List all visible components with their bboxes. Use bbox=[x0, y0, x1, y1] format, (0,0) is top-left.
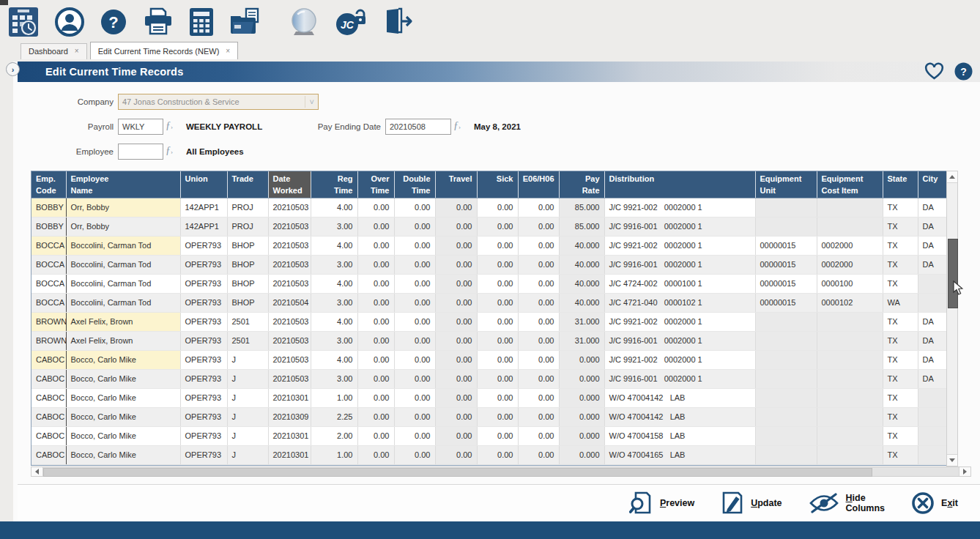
cell-name[interactable]: Bocco, Carlo Mike bbox=[66, 408, 180, 427]
cell-emp_code[interactable]: CABOC bbox=[31, 446, 66, 465]
payroll-input[interactable]: WKLY bbox=[118, 119, 163, 135]
table-row[interactable]: BOBBYOrr, Bobby142APP1PROJ202105034.000.… bbox=[31, 198, 947, 218]
cell-union[interactable]: OPER793 bbox=[180, 446, 227, 465]
tab-close-icon[interactable]: × bbox=[75, 48, 79, 55]
cell-trade[interactable]: J bbox=[227, 351, 268, 370]
cell-emp_code[interactable]: BOCCA bbox=[31, 275, 66, 294]
column-header-name[interactable]: EmployeeName bbox=[66, 171, 180, 198]
cell-reg[interactable]: 2.00 bbox=[311, 427, 357, 446]
cell-union[interactable]: OPER793 bbox=[180, 370, 227, 389]
cell-city[interactable] bbox=[918, 408, 947, 427]
toolbar-calculator-button[interactable] bbox=[189, 7, 214, 37]
column-header-equipment_unit[interactable]: EquipmentUnit bbox=[755, 171, 817, 198]
cell-equipment_unit[interactable]: 00000015 bbox=[755, 275, 817, 294]
cell-sick[interactable]: 0.00 bbox=[477, 218, 518, 237]
cell-city[interactable]: DA bbox=[918, 237, 947, 256]
cell-rate[interactable]: 40.000 bbox=[559, 237, 604, 256]
cell-city[interactable]: DA bbox=[918, 351, 947, 370]
cell-equipment_unit[interactable] bbox=[755, 446, 817, 465]
collapse-sidebar-button[interactable]: › bbox=[6, 62, 20, 76]
cell-name[interactable]: Boccolini, Carman Tod bbox=[66, 237, 180, 256]
toolbar-print-button[interactable] bbox=[142, 7, 174, 37]
cell-equipment_unit[interactable] bbox=[755, 313, 817, 332]
cell-travel[interactable]: 0.00 bbox=[435, 408, 477, 427]
cell-travel[interactable]: 0.00 bbox=[435, 313, 477, 332]
cell-trade[interactable]: 2501 bbox=[227, 332, 268, 351]
cell-travel[interactable]: 0.00 bbox=[435, 294, 477, 313]
column-header-dbl[interactable]: DoubleTime bbox=[394, 171, 435, 198]
scroll-left-arrow[interactable] bbox=[31, 467, 43, 476]
cell-over[interactable]: 0.00 bbox=[357, 256, 394, 275]
preview-button[interactable]: Preview bbox=[629, 491, 694, 516]
pay-ending-date-lookup-icon[interactable]: ƒ› bbox=[453, 118, 461, 135]
cell-emp_code[interactable]: BROWN bbox=[31, 332, 66, 351]
cell-equipment_unit[interactable] bbox=[755, 427, 817, 446]
horizontal-scrollbar[interactable] bbox=[31, 466, 971, 477]
employee-lookup-icon[interactable]: ƒ› bbox=[166, 143, 173, 160]
cell-sick[interactable]: 0.00 bbox=[477, 370, 518, 389]
cell-travel[interactable]: 0.00 bbox=[435, 237, 477, 256]
cell-over[interactable]: 0.00 bbox=[357, 237, 394, 256]
table-row[interactable]: BROWNAxel Felix, BrownOPER79325012021050… bbox=[31, 332, 947, 351]
cell-sick[interactable]: 0.00 bbox=[477, 256, 518, 275]
cell-sick[interactable]: 0.00 bbox=[477, 313, 518, 332]
cell-equipment_cost_item[interactable]: 0002000 bbox=[817, 237, 883, 256]
cell-dist[interactable]: J/C 4724-002 0000100 1 bbox=[604, 275, 755, 294]
cell-union[interactable]: OPER793 bbox=[180, 294, 227, 313]
cell-date[interactable]: 20210301 bbox=[268, 427, 311, 446]
cell-dist[interactable]: J/C 9921-002 0002000 1 bbox=[604, 351, 755, 370]
cell-emp_code[interactable]: BOCCA bbox=[31, 237, 66, 256]
cell-name[interactable]: Bocco, Carlo Mike bbox=[66, 446, 180, 465]
cell-name[interactable]: Orr, Bobby bbox=[66, 218, 180, 237]
cell-rate[interactable]: 40.000 bbox=[559, 294, 604, 313]
column-header-equipment_cost_item[interactable]: EquipmentCost Item bbox=[817, 171, 883, 198]
table-row[interactable]: BOCCABoccolini, Carman TodOPER793BHOP202… bbox=[31, 237, 947, 256]
cell-travel[interactable]: 0.00 bbox=[435, 256, 477, 275]
cell-union[interactable]: OPER793 bbox=[180, 389, 227, 408]
cell-union[interactable]: OPER793 bbox=[180, 237, 227, 256]
cell-dbl[interactable]: 0.00 bbox=[394, 237, 435, 256]
cell-state[interactable]: TX bbox=[883, 275, 918, 294]
cell-city[interactable]: DA bbox=[918, 256, 947, 275]
cell-travel[interactable]: 0.00 bbox=[435, 427, 477, 446]
scroll-up-arrow[interactable] bbox=[947, 171, 957, 183]
cell-travel[interactable]: 0.00 bbox=[435, 446, 477, 465]
table-row[interactable]: CABOCBocco, Carlo MikeOPER793J202103011.… bbox=[31, 389, 947, 408]
cell-rate[interactable]: 40.000 bbox=[559, 275, 604, 294]
cell-name[interactable]: Bocco, Carlo Mike bbox=[66, 351, 180, 370]
cell-union[interactable]: OPER793 bbox=[180, 313, 227, 332]
table-row[interactable]: BOCCABoccolini, Carman TodOPER793BHOP202… bbox=[31, 256, 947, 275]
cell-e06[interactable]: 0.00 bbox=[518, 218, 559, 237]
cell-union[interactable]: OPER793 bbox=[180, 275, 227, 294]
cell-emp_code[interactable]: BROWN bbox=[31, 313, 66, 332]
column-header-union[interactable]: Union bbox=[180, 171, 227, 198]
cell-trade[interactable]: J bbox=[227, 370, 268, 389]
cell-over[interactable]: 0.00 bbox=[357, 198, 394, 218]
cell-dist[interactable]: J/C 4721-040 0000102 1 bbox=[604, 294, 755, 313]
column-header-over[interactable]: OverTime bbox=[357, 171, 394, 198]
cell-union[interactable]: 142APP1 bbox=[180, 198, 227, 218]
cell-e06[interactable]: 0.00 bbox=[518, 389, 559, 408]
cell-state[interactable]: TX bbox=[883, 218, 918, 237]
cell-reg[interactable]: 4.00 bbox=[311, 198, 357, 218]
cell-equipment_cost_item[interactable] bbox=[817, 446, 883, 465]
cell-trade[interactable]: J bbox=[227, 408, 268, 427]
cell-date[interactable]: 20210503 bbox=[268, 370, 311, 389]
cell-state[interactable]: TX bbox=[883, 427, 918, 446]
cell-equipment_cost_item[interactable] bbox=[817, 389, 883, 408]
column-header-e06[interactable]: E06/H06 bbox=[518, 171, 559, 198]
cell-equipment_unit[interactable] bbox=[755, 389, 817, 408]
cell-state[interactable]: TX bbox=[883, 408, 918, 427]
table-row[interactable]: CABOCBocco, Carlo MikeOPER793J202105033.… bbox=[31, 370, 947, 389]
cell-over[interactable]: 0.00 bbox=[357, 275, 394, 294]
cell-emp_code[interactable]: CABOC bbox=[31, 389, 66, 408]
cell-over[interactable]: 0.00 bbox=[357, 313, 394, 332]
cell-dist[interactable]: W/O 47004142 LAB bbox=[604, 389, 755, 408]
cell-city[interactable]: DA bbox=[918, 198, 947, 218]
cell-dist[interactable]: W/O 47004165 LAB bbox=[604, 446, 755, 465]
cell-rate[interactable]: 31.000 bbox=[559, 332, 604, 351]
cell-dist[interactable]: J/C 9916-001 0002000 1 bbox=[604, 256, 755, 275]
toolbar-timesheet-button[interactable] bbox=[7, 6, 40, 38]
cell-dbl[interactable]: 0.00 bbox=[394, 332, 435, 351]
cell-name[interactable]: Boccolini, Carman Tod bbox=[66, 256, 180, 275]
